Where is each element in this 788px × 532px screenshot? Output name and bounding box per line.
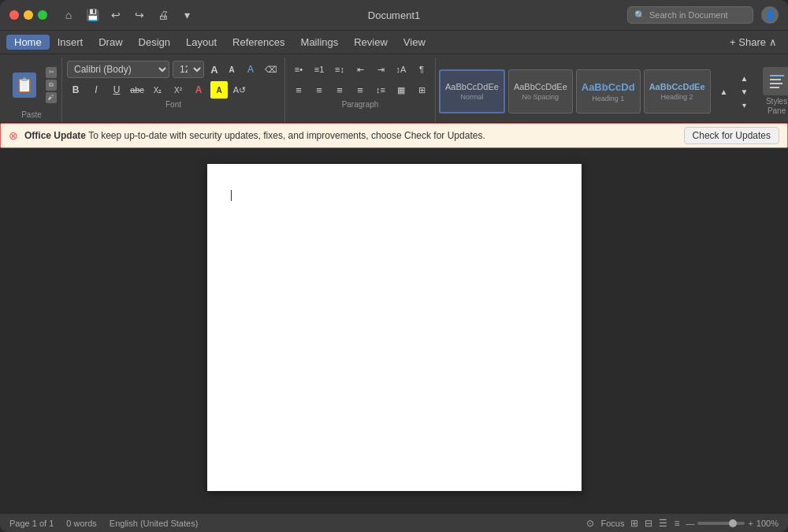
text-cursor <box>231 190 232 201</box>
maximize-button[interactable] <box>38 10 47 20</box>
borders-button[interactable]: ⊞ <box>413 81 430 99</box>
menu-insert[interactable]: Insert <box>50 35 91 50</box>
undo-icon[interactable]: ↩ <box>107 6 125 24</box>
word-count: 0 words <box>66 519 97 528</box>
paste-section: 📋 ✂ ⧉ 🖌 Paste <box>3 58 62 122</box>
menu-draw[interactable]: Draw <box>91 35 130 50</box>
underline-button[interactable]: U <box>108 81 125 99</box>
focus-mode-icon[interactable]: ⊙ <box>586 518 594 529</box>
zoom-slider[interactable] <box>697 522 745 525</box>
style-heading2[interactable]: AaBbCcDdEe Heading 2 <box>644 69 711 113</box>
menu-home[interactable]: Home <box>6 35 50 50</box>
zoom-bar: — + 100% <box>686 519 779 528</box>
format-painter-icon[interactable]: 🖌 <box>46 92 57 103</box>
update-error-icon: ⊗ <box>9 129 18 142</box>
styles-nav: ▲ ▼ ▾ <box>736 72 753 111</box>
align-right-button[interactable]: ≡ <box>331 81 348 99</box>
font-size-select[interactable]: 12 <box>173 61 204 78</box>
zoom-plus[interactable]: + <box>748 519 753 528</box>
close-button[interactable] <box>9 10 19 20</box>
line-spacing-button[interactable]: ↕≡ <box>372 81 389 99</box>
search-icon: 🔍 <box>634 10 645 20</box>
menu-bar: Home Insert Draw Design Layout Reference… <box>0 30 788 54</box>
font-section: Calibri (Body) 12 A A A ⌫ B I U abc X₂ X… <box>62 58 285 122</box>
multilevel-button[interactable]: ≡↕ <box>331 61 348 78</box>
strikethrough-button[interactable]: abc <box>128 81 146 99</box>
bullets-button[interactable]: ≡• <box>290 61 307 78</box>
align-left-button[interactable]: ≡ <box>290 81 307 99</box>
svg-rect-2 <box>770 83 782 84</box>
search-placeholder: Search in Document <box>649 10 728 20</box>
style-normal[interactable]: AaBbCcDdEe Normal <box>439 69 505 113</box>
focus-label[interactable]: Focus <box>600 519 624 528</box>
svg-rect-3 <box>770 87 779 88</box>
document-page[interactable] <box>207 164 582 491</box>
search-box[interactable]: 🔍 Search in Document <box>627 6 753 24</box>
italic-button[interactable]: I <box>87 81 105 99</box>
zoom-minus[interactable]: — <box>686 519 694 528</box>
styles-up-button[interactable]: ▲ <box>736 72 753 84</box>
home-icon[interactable]: ⌂ <box>60 6 77 24</box>
font-grow-button[interactable]: A <box>207 62 221 76</box>
style-no-spacing[interactable]: AaBbCcDdEe No Spacing <box>508 69 573 113</box>
copy-icon[interactable]: ⧉ <box>46 80 57 91</box>
zoom-thumb <box>729 519 737 527</box>
title-bar: ⌂ 💾 ↩ ↪ 🖨 ▾ Document1 🔍 Search in Docume… <box>0 0 788 30</box>
view-layout-icon[interactable]: ⊞ <box>630 518 638 529</box>
justify-button[interactable]: ≡ <box>351 81 369 99</box>
decrease-indent-button[interactable]: ⇤ <box>351 61 369 78</box>
menu-design[interactable]: Design <box>131 35 178 50</box>
styles-down-button[interactable]: ▼ <box>736 85 753 98</box>
status-bar: Page 1 of 1 0 words English (United Stat… <box>0 513 788 532</box>
update-bar-text: Office Update To keep up-to-date with se… <box>24 130 678 141</box>
sort-button[interactable]: ↕A <box>392 61 410 78</box>
cut-icon[interactable]: ✂ <box>46 67 57 78</box>
menu-references[interactable]: References <box>225 35 292 50</box>
save-icon[interactable]: 💾 <box>84 6 101 24</box>
view-list-icon[interactable]: ☰ <box>659 518 667 529</box>
font-color-button[interactable]: A <box>190 81 207 99</box>
highlight-button[interactable]: A <box>210 81 228 99</box>
font-shrink-button[interactable]: A <box>225 62 239 76</box>
show-hide-button[interactable]: ¶ <box>413 61 430 78</box>
clear-format-button[interactable]: ⌫ <box>262 61 280 78</box>
para-row-2: ≡ ≡ ≡ ≡ ↕≡ ▦ ⊞ <box>290 81 430 99</box>
text-effects-button[interactable]: A <box>242 61 259 78</box>
redo-icon[interactable]: ↪ <box>131 6 148 24</box>
bold-button[interactable]: B <box>67 81 84 99</box>
view-grid-icon[interactable]: ⊟ <box>645 518 652 529</box>
paragraph-label: Paragraph <box>290 99 430 112</box>
print-icon[interactable]: 🖨 <box>154 6 172 24</box>
clear-formatting-button[interactable]: A↺ <box>231 81 248 99</box>
styles-pane-button[interactable]: StylesPane <box>756 67 788 116</box>
check-updates-button[interactable]: Check for Updates <box>684 127 779 144</box>
align-center-button[interactable]: ≡ <box>310 81 328 99</box>
numbering-button[interactable]: ≡1 <box>310 61 328 78</box>
view-align-icon[interactable]: ≡ <box>674 518 679 529</box>
user-avatar[interactable]: 👤 <box>761 6 779 24</box>
styles-more-button[interactable]: ▾ <box>736 99 753 111</box>
menu-review[interactable]: Review <box>346 35 396 50</box>
font-family-select[interactable]: Calibri (Body) <box>67 61 169 78</box>
shading-button[interactable]: ▦ <box>392 81 410 99</box>
status-right: ⊙ Focus ⊞ ⊟ ☰ ≡ — + 100% <box>586 518 779 529</box>
superscript-button[interactable]: X² <box>169 81 187 99</box>
update-message: To keep up-to-date with security updates… <box>88 130 485 141</box>
paste-button[interactable]: 📋 <box>6 69 43 101</box>
menu-layout[interactable]: Layout <box>178 35 225 50</box>
paste-icon: 📋 <box>13 73 36 98</box>
paste-label: Paste <box>6 109 57 122</box>
subscript-button[interactable]: X₂ <box>149 81 166 99</box>
menu-mailings[interactable]: Mailings <box>293 35 347 50</box>
minimize-button[interactable] <box>24 10 33 20</box>
svg-rect-1 <box>770 79 781 80</box>
share-button[interactable]: + Share ∧ <box>725 35 782 50</box>
font-row-2: B I U abc X₂ X² A A A↺ <box>67 81 280 99</box>
menu-view[interactable]: View <box>396 35 433 50</box>
style-heading1[interactable]: AaBbCcDd Heading 1 <box>576 69 641 113</box>
styles-section: AaBbCcDdEe Normal AaBbCcDdEe No Spacing … <box>436 58 788 122</box>
styles-pane-label: StylesPane <box>766 97 787 116</box>
increase-indent-button[interactable]: ⇥ <box>372 61 389 78</box>
styles-scroll-up[interactable]: ▲ <box>716 83 733 100</box>
quick-access-chevron[interactable]: ▾ <box>178 6 195 24</box>
